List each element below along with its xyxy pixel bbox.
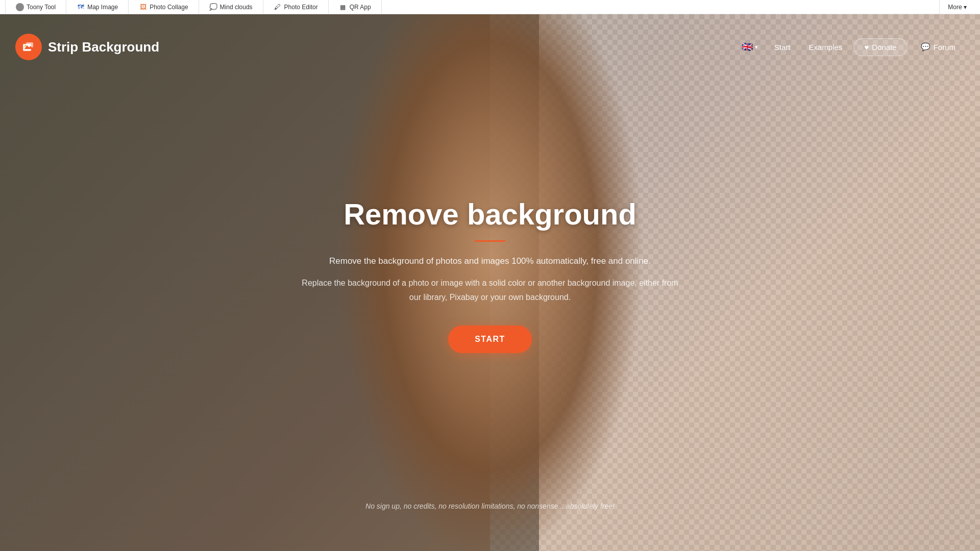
hero-footnote: No sign up, no credits, no resolution li… [365, 502, 615, 510]
main-header: Strip Background 🇬🇧 ▾ Start Examples ♥ D… [0, 29, 980, 65]
photoeditor-icon: 🖊 [274, 3, 282, 11]
map-image-label: Map Image [87, 4, 118, 11]
start-button[interactable]: START [448, 325, 532, 353]
photo-collage-label: Photo Collage [150, 4, 188, 11]
nav-item-mind-clouds[interactable]: 💭 Mind clouds [199, 0, 263, 14]
logo-svg [21, 40, 36, 54]
logo-area[interactable]: Strip Background [15, 34, 159, 60]
collage-icon: 🖼 [139, 3, 147, 11]
photo-editor-label: Photo Editor [284, 4, 318, 11]
qr-app-label: QR App [350, 4, 371, 11]
logo-text: Strip Background [48, 39, 159, 55]
toony-icon [16, 3, 24, 11]
header-nav: 🇬🇧 ▾ Start Examples ♥ Donate 💬 Forum [737, 38, 965, 56]
nav-item-toony-tool[interactable]: Toony Tool [5, 0, 66, 14]
language-selector[interactable]: 🇬🇧 ▾ [737, 38, 763, 56]
toony-tool-label: Toony Tool [27, 4, 56, 11]
more-button[interactable]: More ▾ [939, 0, 975, 14]
hero-divider [475, 240, 505, 242]
heart-icon: ♥ [864, 43, 869, 52]
flag-icon: 🇬🇧 [742, 41, 753, 53]
hero-title: Remove background [344, 197, 636, 231]
top-nav-bar: Toony Tool 🗺 Map Image 🖼 Photo Collage 💭… [0, 0, 980, 14]
examples-link[interactable]: Examples [802, 40, 850, 55]
start-link[interactable]: Start [767, 40, 798, 55]
nav-item-map-image[interactable]: 🗺 Map Image [66, 0, 129, 14]
mind-icon: 💭 [209, 3, 217, 11]
map-icon: 🗺 [77, 3, 85, 11]
svg-point-3 [24, 45, 27, 47]
forum-button[interactable]: 💬 Forum [912, 38, 965, 56]
hero-content: Remove background Remove the background … [0, 14, 980, 551]
forum-label: Forum [934, 43, 955, 52]
chat-icon: 💬 [921, 42, 930, 52]
donate-label: Donate [872, 43, 896, 52]
hero-subtitle: Remove the background of photos and imag… [329, 254, 651, 268]
donate-button[interactable]: ♥ Donate [853, 38, 907, 56]
chevron-down-icon: ▾ [755, 44, 758, 51]
hero-description: Replace the background of a photo or ima… [299, 276, 681, 304]
mind-clouds-label: Mind clouds [220, 4, 253, 11]
qr-icon: ▦ [339, 3, 347, 11]
nav-item-photo-editor[interactable]: 🖊 Photo Editor [263, 0, 329, 14]
logo-icon [15, 34, 42, 60]
nav-item-qr-app[interactable]: ▦ QR App [329, 0, 382, 14]
nav-item-photo-collage[interactable]: 🖼 Photo Collage [129, 0, 199, 14]
hero-section: Strip Background 🇬🇧 ▾ Start Examples ♥ D… [0, 14, 980, 551]
more-label: More ▾ [948, 4, 967, 11]
